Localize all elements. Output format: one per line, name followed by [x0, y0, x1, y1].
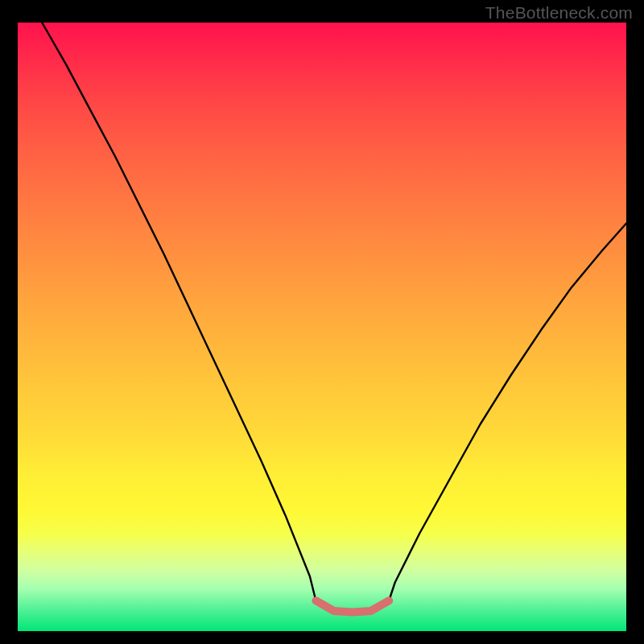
curve-layer	[18, 23, 626, 631]
optimal-range-marker-path	[316, 601, 389, 612]
chart-frame: TheBottleneck.com	[0, 0, 644, 644]
bottleneck-curve-path	[42, 23, 626, 613]
watermark-text: TheBottleneck.com	[485, 3, 633, 23]
plot-area	[18, 23, 626, 631]
